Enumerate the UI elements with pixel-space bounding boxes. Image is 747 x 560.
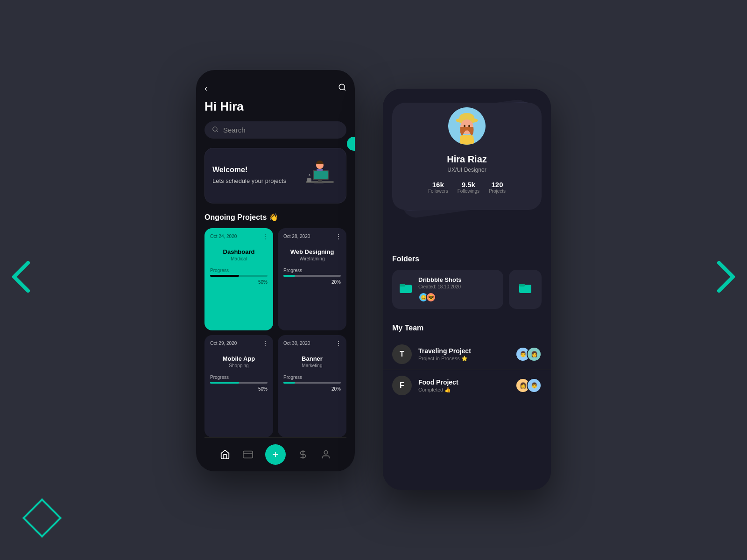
right-phone-inner: Hira Riaz UX/UI Designer 16k Followers 9…: [383, 89, 551, 490]
folder-avatar-2: 😎: [426, 292, 436, 302]
progress-pct-4: 20%: [283, 386, 341, 392]
svg-rect-25: [519, 284, 525, 287]
welcome-illustration: [301, 157, 338, 195]
svg-rect-9: [307, 178, 311, 182]
project-sub-1: Madical: [210, 256, 268, 261]
folder-card-extra[interactable]: [509, 270, 542, 309]
followings-value: 9.5k: [458, 181, 479, 189]
svg-rect-7: [318, 180, 322, 182]
project-menu-4[interactable]: ⋮: [335, 340, 342, 347]
chevron-right-icon: [714, 258, 738, 302]
projects-grid: ⋮ Oct 24, 2020 Dashboard Madical Progres…: [204, 228, 346, 437]
project-date-1: Oct 24, 2020: [210, 234, 268, 239]
folder-name-1: Dribbble Shots: [418, 276, 461, 283]
svg-point-20: [464, 125, 465, 127]
profile-section: Hira Riaz UX/UI Designer 16k Followers 9…: [383, 89, 551, 247]
top-bar: ‹: [204, 79, 346, 99]
team-section: My Team: [383, 316, 551, 332]
left-phone: ‹ Hi Hira Search Welcome! Lets schedule …: [196, 70, 355, 471]
project-name-1: Dashboard: [210, 248, 268, 255]
progress-label-4: Progress: [283, 375, 341, 380]
project-name-3: Mobile App: [210, 355, 268, 362]
svg-point-21: [468, 125, 470, 127]
card-front: Hira Riaz UX/UI Designer 16k Followers 9…: [392, 103, 542, 210]
followers-value: 16k: [428, 181, 448, 189]
projects-value: 120: [489, 181, 506, 189]
project-date-4: Oct 30, 2020: [283, 341, 341, 346]
stat-projects: 120 Projects: [489, 181, 506, 194]
project-date-2: Oct 28, 2020: [283, 234, 341, 239]
progress-bar-bg-1: [210, 275, 268, 277]
folders-row: Dribbble Shots Created: 18.10.2020 😊 😎: [392, 270, 542, 309]
project-menu-1[interactable]: ⋮: [262, 233, 268, 240]
profile-name: Hira Riaz: [447, 154, 487, 165]
project-menu-3[interactable]: ⋮: [262, 340, 268, 347]
svg-rect-12: [243, 451, 252, 458]
team-item-food[interactable]: F Food Project Completed 👍 👩 👨: [383, 370, 551, 401]
project-card-mobileapp[interactable]: ⋮ Oct 29, 2020 Mobile App Shopping Progr…: [204, 335, 273, 437]
project-name-4: Banner: [283, 355, 341, 362]
progress-label-2: Progress: [283, 268, 341, 273]
projects-label: Projects: [489, 189, 506, 194]
folder-info-dribbble: Dribbble Shots Created: 18.10.2020 😊 😎: [418, 276, 461, 302]
project-menu-2[interactable]: ⋮: [335, 233, 342, 240]
search-placeholder: Search: [223, 126, 246, 134]
progress-bar-fill-1: [210, 275, 239, 277]
progress-bar-fill-2: [283, 275, 295, 277]
team-info-traveling: Traveling Project Project in Process ⭐: [418, 347, 509, 362]
team-avatar-1b: 👩: [527, 347, 542, 362]
team-item-traveling[interactable]: T Traveling Project Project in Process ⭐…: [383, 339, 551, 370]
nav-wallet[interactable]: [243, 449, 253, 460]
greeting-text: Hi Hira: [204, 99, 346, 114]
svg-rect-23: [400, 284, 405, 287]
project-card-dashboard[interactable]: ⋮ Oct 24, 2020 Dashboard Madical Progres…: [204, 228, 273, 330]
welcome-text: Welcome! Lets schedule your projects: [212, 166, 286, 185]
svg-rect-8: [314, 182, 324, 183]
progress-label-3: Progress: [210, 375, 268, 380]
folders-title: Folders: [392, 255, 542, 263]
team-project-status-2: Completed 👍: [418, 387, 509, 393]
folder-icon-1: [399, 281, 413, 298]
search-bar-icon: [212, 126, 218, 134]
search-icon-header[interactable]: [338, 83, 346, 94]
folder-created-1: Created: 18.10.2020: [418, 284, 461, 289]
folders-section: Folders Dribbble Shots Created: 18.10.20…: [383, 247, 551, 316]
progress-pct-3: 50%: [210, 386, 268, 392]
project-card-webdesigning[interactable]: ⋮ Oct 28, 2020 Web Designing Wireframing…: [278, 228, 346, 330]
followings-label: Followings: [458, 189, 479, 194]
nav-add-button[interactable]: +: [265, 444, 286, 465]
svg-line-1: [344, 89, 345, 90]
team-project-status-1: Project in Process ⭐: [418, 356, 509, 362]
right-phone: Hira Riaz UX/UI Designer 16k Followers 9…: [383, 89, 551, 490]
chevron-left-icon: [9, 258, 33, 302]
search-bar[interactable]: Search: [204, 121, 346, 139]
progress-label-1: Progress: [210, 268, 268, 273]
progress-bar-bg-3: [210, 382, 268, 384]
stat-followers: 16k Followers: [428, 181, 448, 194]
svg-rect-11: [317, 169, 323, 171]
project-card-banner[interactable]: ⋮ Oct 30, 2020 Banner Marketing Progress…: [278, 335, 346, 437]
team-avatars-1: 👨 👩: [515, 347, 542, 362]
progress-pct-2: 20%: [283, 280, 341, 285]
team-info-food: Food Project Completed 👍: [418, 378, 509, 393]
diamond-icon: [22, 498, 62, 538]
team-avatar-2b: 👨: [527, 378, 542, 393]
folder-card-dribbble[interactable]: Dribbble Shots Created: 18.10.2020 😊 😎: [392, 270, 503, 309]
project-name-2: Web Designing: [283, 248, 341, 255]
project-date-3: Oct 29, 2020: [210, 341, 268, 346]
welcome-subtitle: Lets schedule your projects: [212, 177, 286, 185]
team-project-name-1: Traveling Project: [418, 347, 509, 355]
progress-bar-fill-4: [283, 382, 295, 384]
folder-avatars: 😊 😎: [418, 292, 461, 302]
card-stack: Hira Riaz UX/UI Designer 16k Followers 9…: [392, 103, 542, 233]
nav-home[interactable]: [220, 449, 230, 460]
welcome-title: Welcome!: [212, 166, 286, 174]
back-button[interactable]: ‹: [204, 84, 207, 93]
nav-dollar[interactable]: [298, 449, 308, 460]
profile-role: UX/UI Designer: [447, 167, 486, 173]
team-title: My Team: [392, 324, 542, 332]
nav-profile[interactable]: [321, 449, 331, 460]
project-sub-2: Wireframing: [283, 256, 341, 261]
progress-pct-1: 50%: [210, 280, 268, 285]
ongoing-projects-title: Ongoing Projects 👋: [204, 213, 346, 222]
